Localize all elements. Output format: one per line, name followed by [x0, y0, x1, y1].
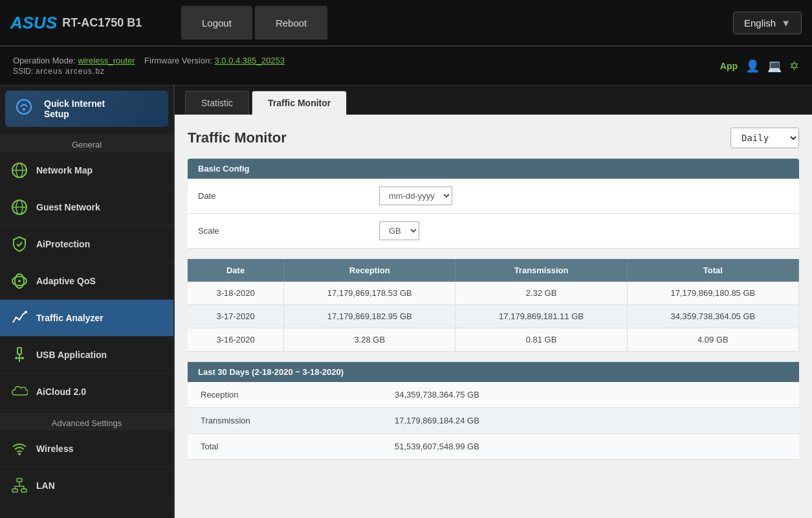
model-name: RT-AC1750 B1 [62, 16, 142, 30]
cell-reception: 17,179,869,178.53 GB [284, 282, 455, 305]
summary-value: 34,359,738,364.75 GB [382, 382, 799, 408]
date-select[interactable]: mm-dd-yyyy dd-mm-yyyy yyyy-mm-dd [379, 186, 452, 205]
main-layout: Quick Internet Setup General Network Map… [0, 85, 812, 518]
qis-label: Quick Internet Setup [44, 98, 105, 119]
tab-statistic[interactable]: Statistic [185, 91, 249, 115]
lan-icon [10, 477, 28, 495]
sidebar-item-traffic-analyzer[interactable]: Traffic Analyzer [0, 300, 173, 337]
sidebar-advanced-heading: Advanced Settings [0, 413, 173, 431]
sidebar: Quick Internet Setup General Network Map… [0, 85, 175, 518]
aicloud-label: AiCloud 2.0 [36, 387, 86, 397]
aicloud-icon [10, 383, 28, 401]
svg-point-0 [17, 100, 31, 114]
sidebar-item-qis[interactable]: Quick Internet Setup [5, 91, 168, 127]
logout-button[interactable]: Logout [181, 6, 252, 39]
cell-date: 3-16-2020 [188, 328, 284, 352]
firmware-label: Firmware Version: [144, 56, 212, 65]
aiprotection-icon [10, 235, 28, 253]
summary-section: Last 30 Days (2-18-2020 ~ 3-18-2020) Rec… [188, 362, 799, 460]
operation-mode-value[interactable]: wireless_router [78, 56, 135, 65]
chevron-down-icon: ▼ [781, 17, 791, 28]
svg-point-11 [25, 311, 27, 313]
cell-total: 4.09 GB [627, 328, 798, 352]
sidebar-item-aicloud[interactable]: AiCloud 2.0 [0, 374, 173, 411]
guest-network-label: Guest Network [36, 202, 100, 212]
cell-total: 17,179,869,180.85 GB [627, 282, 798, 305]
col-date: Date [188, 259, 284, 282]
usb-application-icon [10, 346, 28, 364]
lan-label: LAN [36, 480, 55, 491]
sidebar-item-adaptive-qos[interactable]: Adaptive QoS [0, 263, 173, 300]
wireless-label: Wireless [36, 444, 73, 454]
logo-area: ASUS RT-AC1750 B1 [0, 13, 181, 33]
infobar-left: Operation Mode: wireless_router Firmware… [13, 56, 285, 76]
basic-config-header: Basic Config [188, 159, 799, 179]
svg-rect-12 [17, 348, 21, 354]
cell-reception: 17,179,869,182.95 GB [284, 305, 455, 328]
operation-mode-row: Operation Mode: wireless_router Firmware… [13, 56, 285, 65]
usb-connect-icon[interactable]: ✡ [789, 59, 799, 73]
sidebar-item-guest-network[interactable]: Guest Network [0, 189, 173, 226]
app-label[interactable]: App [720, 61, 738, 71]
page-title: Traffic Monitor [188, 130, 287, 146]
sidebar-item-usb-application[interactable]: USB Application [0, 337, 173, 374]
date-label: Date [188, 179, 369, 214]
reboot-button[interactable]: Reboot [255, 6, 327, 39]
content-inner: Traffic Monitor Daily Weekly Monthly Bas… [175, 115, 812, 473]
language-button[interactable]: English ▼ [733, 12, 802, 34]
summary-table: Reception 34,359,738,364.75 GB Transmiss… [188, 382, 799, 460]
tabs-bar: Statistic Traffic Monitor [175, 85, 812, 115]
traffic-data-table: Date Reception Transmission Total 3-18-2… [188, 259, 799, 352]
svg-rect-19 [12, 489, 17, 492]
qis-icon [16, 98, 36, 119]
summary-value: 17,179,869,184.24 GB [382, 408, 799, 434]
svg-point-10 [18, 280, 21, 282]
svg-rect-20 [21, 489, 27, 492]
content-header: Traffic Monitor Daily Weekly Monthly [188, 128, 799, 148]
ssid-value: arceus arceus.bz [36, 67, 105, 76]
sidebar-item-lan[interactable]: LAN [0, 467, 173, 504]
traffic-analyzer-icon [10, 309, 28, 327]
cell-transmission: 17,179,869,181.11 GB [455, 305, 627, 328]
language-label: English [744, 17, 776, 28]
svg-point-15 [15, 357, 17, 359]
summary-row: Reception 34,359,738,364.75 GB [188, 382, 799, 408]
firmware-value[interactable]: 3.0.0.4.385_20253 [214, 56, 284, 65]
summary-label: Total [188, 434, 382, 460]
asus-logo: ASUS [10, 13, 57, 33]
summary-row: Transmission 17,179,869,184.24 GB [188, 408, 799, 434]
cell-reception: 3.28 GB [284, 328, 455, 352]
cell-transmission: 2.32 GB [455, 282, 627, 305]
sidebar-item-aiprotection[interactable]: AiProtection [0, 226, 173, 263]
operation-mode-label: Operation Mode: [13, 56, 76, 65]
config-date-row: Date mm-dd-yyyy dd-mm-yyyy yyyy-mm-dd [188, 179, 799, 214]
summary-header: Last 30 Days (2-18-2020 ~ 3-18-2020) [188, 362, 799, 382]
summary-value: 51,539,607,548.99 GB [382, 434, 799, 460]
usb-application-label: USB Application [36, 350, 107, 360]
tab-traffic-monitor[interactable]: Traffic Monitor [252, 91, 347, 115]
top-nav: Logout Reboot [181, 6, 723, 39]
ssid-row: SSID: arceus arceus.bz [13, 67, 285, 76]
svg-point-1 [23, 108, 25, 111]
summary-label: Reception [188, 382, 382, 408]
scale-label: Scale [188, 214, 369, 249]
user-icon[interactable]: 👤 [745, 59, 760, 73]
sidebar-item-wireless[interactable]: Wireless [0, 431, 173, 467]
adaptive-qos-icon [10, 272, 28, 290]
svg-rect-18 [17, 479, 22, 482]
table-row: 3-17-2020 17,179,869,182.95 GB 17,179,86… [188, 305, 799, 328]
cell-date: 3-18-2020 [188, 282, 284, 305]
monitor-icon[interactable]: 💻 [767, 59, 782, 73]
basic-config-table: Date mm-dd-yyyy dd-mm-yyyy yyyy-mm-dd Sc… [188, 179, 799, 249]
config-scale-row: Scale GB MB KB [188, 214, 799, 249]
period-select[interactable]: Daily Weekly Monthly [730, 128, 799, 148]
table-row: 3-16-2020 3.28 GB 0.81 GB 4.09 GB [188, 328, 799, 352]
infobar-icons: App 👤 💻 ✡ [720, 59, 799, 73]
sidebar-item-network-map[interactable]: Network Map [0, 152, 173, 189]
ssid-label: SSID: [13, 67, 33, 76]
cell-total: 34,359,738,364.05 GB [627, 305, 798, 328]
scale-select[interactable]: GB MB KB [379, 221, 419, 240]
svg-point-16 [21, 357, 24, 359]
cell-transmission: 0.81 GB [455, 328, 627, 352]
summary-row: Total 51,539,607,548.99 GB [188, 434, 799, 460]
